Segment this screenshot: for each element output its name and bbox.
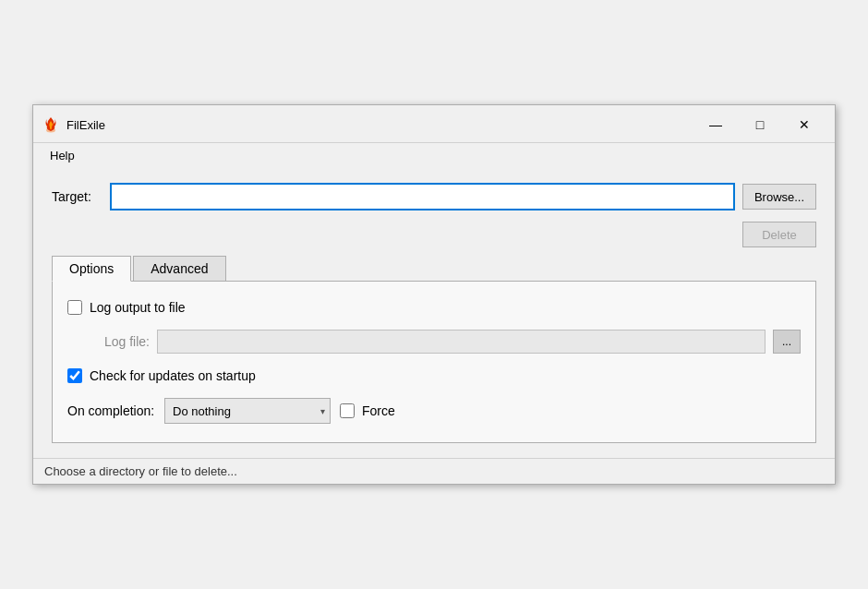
maximize-button[interactable]: □ bbox=[739, 111, 781, 138]
close-button[interactable]: ✕ bbox=[783, 111, 826, 138]
check-updates-row: Check for updates on startup bbox=[67, 368, 801, 383]
minimize-button[interactable]: — bbox=[694, 111, 737, 138]
status-bar: Choose a directory or file to delete... bbox=[33, 458, 835, 484]
tab-content-options: Log output to file Log file: ... Check f… bbox=[52, 281, 816, 443]
target-input[interactable] bbox=[110, 183, 735, 210]
window-title: FilExile bbox=[66, 118, 694, 132]
log-output-checkbox[interactable] bbox=[67, 300, 82, 315]
completion-label: On completion: bbox=[67, 403, 155, 418]
tab-options[interactable]: Options bbox=[52, 256, 131, 282]
status-text: Choose a directory or file to delete... bbox=[44, 464, 237, 478]
target-row: Target: Browse... bbox=[52, 183, 816, 210]
window-controls: — □ ✕ bbox=[694, 111, 826, 138]
log-file-input[interactable] bbox=[157, 330, 766, 354]
tabs-container: Options Advanced Log output to file Log … bbox=[52, 255, 816, 443]
log-output-label: Log output to file bbox=[90, 300, 186, 315]
main-window: FilExile — □ ✕ Help Target: Browse... De… bbox=[32, 104, 836, 485]
log-file-label: Log file: bbox=[90, 334, 150, 349]
target-label: Target: bbox=[52, 189, 102, 204]
log-file-browse-button[interactable]: ... bbox=[773, 330, 801, 354]
log-output-checkbox-wrap: Log output to file bbox=[67, 300, 186, 315]
delete-button[interactable]: Delete bbox=[742, 222, 816, 247]
content-area: Target: Browse... Delete Options Advance… bbox=[33, 168, 835, 458]
app-icon bbox=[42, 116, 59, 133]
log-output-row: Log output to file bbox=[67, 300, 801, 315]
force-checkbox[interactable] bbox=[340, 403, 355, 418]
tab-advanced[interactable]: Advanced bbox=[133, 256, 225, 282]
log-file-row: Log file: ... bbox=[67, 330, 801, 354]
check-updates-checkbox-wrap: Check for updates on startup bbox=[67, 368, 256, 383]
title-bar: FilExile — □ ✕ bbox=[33, 105, 835, 143]
delete-row: Delete bbox=[52, 222, 816, 247]
check-updates-checkbox[interactable] bbox=[67, 368, 82, 383]
menu-item-help[interactable]: Help bbox=[44, 147, 80, 164]
tab-bar: Options Advanced bbox=[52, 255, 816, 281]
check-updates-label: Check for updates on startup bbox=[90, 368, 256, 383]
completion-dropdown[interactable]: Do nothing Shutdown Hibernate Sleep Log … bbox=[164, 398, 331, 424]
completion-dropdown-wrapper: Do nothing Shutdown Hibernate Sleep Log … bbox=[164, 398, 331, 424]
force-label: Force bbox=[362, 403, 395, 418]
completion-row: On completion: Do nothing Shutdown Hiber… bbox=[67, 398, 801, 424]
force-checkbox-wrap: Force bbox=[340, 403, 395, 418]
browse-button[interactable]: Browse... bbox=[742, 184, 816, 210]
menu-bar: Help bbox=[33, 143, 835, 168]
